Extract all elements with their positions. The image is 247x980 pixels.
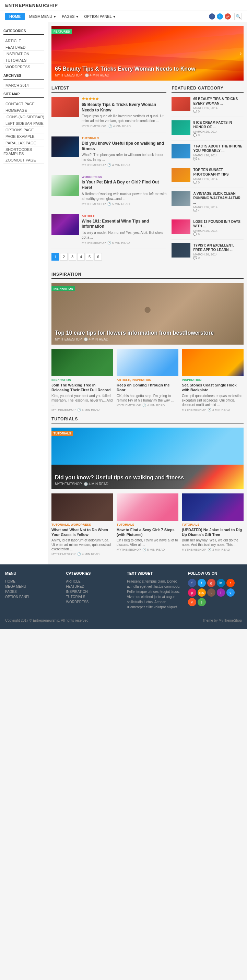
grid-tut-title-0[interactable]: What and What Not to Do When Your Grass … <box>51 527 113 537</box>
footer-cat-tutorials[interactable]: TUTORIALS <box>66 594 120 600</box>
sidebar-item-page-example[interactable]: PAGE EXAMPLE <box>3 134 44 140</box>
clock-icon-0: 🕐 <box>108 124 112 128</box>
follow-vimeo-icon[interactable]: v <box>226 589 235 597</box>
list-item: LOSE 13 POUNDS IN 7 DAYS WITH ... MARCH … <box>172 220 244 240</box>
hero-slider: FEATURED 65 Beauty Tips & Tricks Every W… <box>51 26 244 81</box>
grid-tut-title-1[interactable]: How to Find a Sexy Girl: 7 Steps (with P… <box>116 527 178 537</box>
page-btn-2[interactable]: 2 <box>60 253 68 261</box>
fc-thumb-0 <box>172 97 190 111</box>
sidebar-item-wordpress[interactable]: WORDPRESS <box>3 64 44 70</box>
fc-thumb-2 <box>172 144 190 158</box>
follow-reddit-icon[interactable]: r <box>226 579 235 587</box>
nav-pages[interactable]: PAGES ▼ <box>59 13 81 20</box>
main-content: FEATURED 65 Beauty Tips & Tricks Every W… <box>48 22 247 565</box>
search-button[interactable]: 🔍 <box>234 13 242 20</box>
follow-linkedin-icon[interactable]: in <box>217 579 225 587</box>
article-category-1: TUTORIALS <box>82 137 166 140</box>
fc-title-1[interactable]: 8 ICE CREAM FACTS IN HONOR OF ... <box>193 120 244 129</box>
fc-title-4[interactable]: A VINTAGE SLICK CLEAN RUNNING WALTHAM AL… <box>193 191 244 205</box>
fc-title-5[interactable]: LOSE 13 POUNDS IN 7 DAYS WITH ... <box>193 220 244 228</box>
social-google-icon[interactable]: g+ <box>225 13 231 19</box>
footer-link-mega[interactable]: MEGA MENU <box>5 584 59 589</box>
follow-google-icon[interactable]: g <box>207 579 215 587</box>
footer-link-home[interactable]: HOME <box>5 579 59 584</box>
article-excerpt-3: It's only a model. No, no, no! Yes, yes.… <box>82 231 166 240</box>
page-btn-6[interactable]: 6 <box>94 253 102 261</box>
follow-instagram-icon[interactable]: i <box>217 589 225 597</box>
page-btn-1[interactable]: 1 <box>51 253 59 261</box>
footer-cat-inspiration[interactable]: INSPIRATION <box>66 589 120 594</box>
sidebar-item-march-2014[interactable]: MARCH 2014 <box>3 82 44 89</box>
grid-meta-1: MYTHEMESHOP 🕐 4 MIN READ <box>116 404 178 407</box>
sidebar-item-shortcodes[interactable]: SHORTCODES EXAMPLES <box>3 146 44 157</box>
footer-text-col: TEXT WIDGET Praesent at tempus diam. Don… <box>127 571 181 610</box>
tutorials-badge: TUTORIALS <box>51 431 73 436</box>
hero-content: 65 Beauty Tips & Tricks Every Woman Need… <box>55 66 240 77</box>
fc-title-0[interactable]: 65 BEAUTY TIPS & TRICKS EVERY WOMAN ... <box>193 97 244 106</box>
nav-mega-menu[interactable]: MEGA MENU ▼ <box>26 13 59 20</box>
grid-tut-thumb-2 <box>182 493 244 521</box>
footer-grid: MENU HOME MEGA MENU PAGES OPTION PANEL C… <box>5 571 242 610</box>
grid-tut-excerpt-2: Burn her anyway! Well, we did do the nos… <box>182 538 244 547</box>
sidebar-item-parallax[interactable]: PARALLAX PAGE <box>3 140 44 146</box>
grid-thumb-2 <box>182 349 244 376</box>
article-title-2[interactable]: Is Your Pet Bird A Boy or Girl? Find Out… <box>82 180 166 190</box>
sidebar-item-left-sidebar[interactable]: LEFT SIDEBAR PAGE <box>3 120 44 127</box>
follow-youtube-icon[interactable]: y <box>188 598 196 606</box>
sidebar-item-homepage[interactable]: HOMEPAGE <box>3 107 44 114</box>
fc-title-2[interactable]: 7 FACTS ABOUT THE IPHONE YOU PROBABLY ..… <box>193 144 244 153</box>
fc-title-3[interactable]: TOP TEN SUNSET PHOTOGRAPHY TIPS <box>193 168 244 177</box>
grid-tut-title-2[interactable]: (UPDATED) No Joke: Israel to Dig Up Obam… <box>182 527 244 537</box>
social-facebook-icon[interactable]: f <box>209 13 215 19</box>
follow-tumblr-icon[interactable]: t <box>207 589 215 597</box>
sidebar-item-contact[interactable]: CONTACT PAGE <box>3 101 44 107</box>
sitemap-heading: SITE MAP <box>3 92 44 98</box>
fc-thumb-6 <box>172 243 190 258</box>
social-twitter-icon[interactable]: t <box>217 13 223 19</box>
sidebar-item-tutorials[interactable]: TUTORIALS <box>3 57 44 64</box>
footer-link-pages[interactable]: PAGES <box>5 589 59 594</box>
page-btn-3[interactable]: 3 <box>69 253 76 261</box>
page-btn-4[interactable]: 4 <box>77 253 85 261</box>
nav-home[interactable]: HOME <box>5 13 25 20</box>
grid-title-0[interactable]: Join The Walking Tree in Releasing Their… <box>51 383 113 393</box>
sidebar-item-featured[interactable]: FEATURED <box>3 44 44 51</box>
tutorials-hero-content: Did you know? Useful tips on walking and… <box>55 474 240 486</box>
tutorials-hero: TUTORIALS Did you know? Useful tips on w… <box>51 428 244 489</box>
fc-comments-4: 💬 4 <box>193 209 244 212</box>
page-btn-5[interactable]: 5 <box>86 253 93 261</box>
sidebar-item-icons[interactable]: ICONS (NO SIDEBAR) <box>3 114 44 120</box>
fc-meta-3: MARCH 26, 2014 <box>193 177 244 181</box>
sidebar-item-options[interactable]: OPTIONS PAGE <box>3 127 44 134</box>
follow-twitter-icon[interactable]: t <box>198 579 206 587</box>
grid-title-2[interactable]: Sea Stones Coast Single Hook with Backpl… <box>182 383 244 393</box>
nav-option-panel[interactable]: OPTION PANEL ▼ <box>81 13 118 20</box>
article-info-0: ★★★★★ 65 Beauty Tips & Tricks Every Woma… <box>82 97 166 128</box>
sidebar-item-inspiration[interactable]: INSPIRATION <box>3 51 44 57</box>
footer-cat-wordpress[interactable]: WORDPRESS <box>66 600 120 605</box>
article-meta-0: MYTHEMESHOP 🕐 4 MIN READ <box>82 124 166 128</box>
follow-rss-icon[interactable]: rss <box>198 589 206 597</box>
archives-heading: ARCHIVES <box>3 74 44 80</box>
fc-title-6[interactable]: TYPIST: AN EXCELLENT, FREE APP TO LEARN … <box>193 243 244 252</box>
article-title-3[interactable]: Wine 101: Essential Wine Tips and Inform… <box>82 219 166 229</box>
footer-cat-article[interactable]: ARTICLE <box>66 579 120 584</box>
article-title-0[interactable]: 65 Beauty Tips & Tricks Every Woman Need… <box>82 102 166 113</box>
follow-facebook-icon[interactable]: f <box>188 579 196 587</box>
article-title-1[interactable]: Did you know? Useful tips on walking and… <box>82 141 166 151</box>
footer-link-option[interactable]: OPTION PANEL <box>5 594 59 600</box>
fc-comments-3: 💬 0 <box>193 181 244 184</box>
fc-info-5: LOSE 13 POUNDS IN 7 DAYS WITH ... MARCH … <box>193 220 244 236</box>
grid-thumb-0 <box>51 349 113 376</box>
follow-skype-icon[interactable]: s <box>198 598 206 606</box>
slider-next-arrow[interactable]: › <box>239 49 242 57</box>
footer-cat-featured[interactable]: FEATURED <box>66 584 120 589</box>
article-excerpt-1: What?! The plans you refer to will soon … <box>82 153 166 162</box>
sidebar-item-article[interactable]: ARTICLE <box>3 38 44 44</box>
grid-title-1[interactable]: Keep on Coming Through the Door <box>116 383 178 393</box>
list-item: ARTICLE, INSPIRATION Keep on Coming Thro… <box>116 349 178 412</box>
sidebar-item-zoomout[interactable]: ZOOMOUT PAGE <box>3 157 44 164</box>
follow-pinterest-icon[interactable]: p <box>188 589 196 597</box>
copyright-text: Copyright 2017 © Entrepreneurship. All r… <box>5 619 89 622</box>
fc-meta-0: MARCH 26, 2014 <box>193 106 244 110</box>
